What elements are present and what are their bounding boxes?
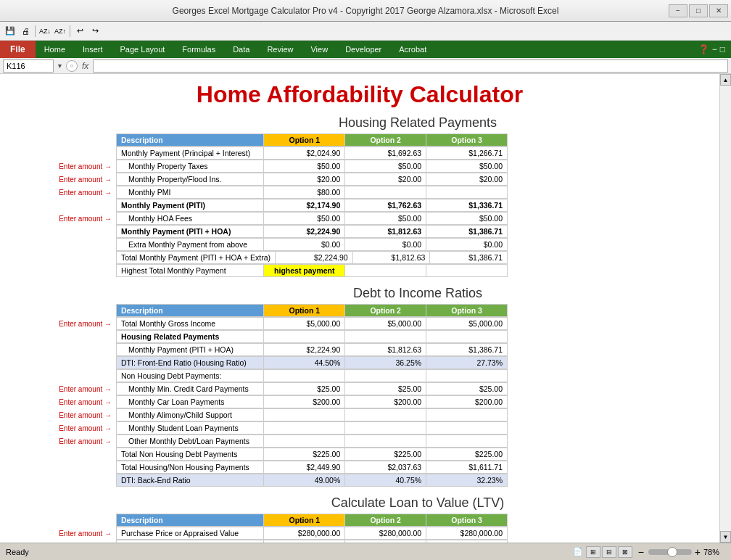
dti-row-7: Enter amount → Monthly Car Loan Payments… bbox=[0, 395, 719, 408]
opt3-header: Option 3 bbox=[426, 134, 508, 147]
dti-row-6: Enter amount → Monthly Min. Credit Card … bbox=[0, 382, 719, 395]
table-row: Monthly Payment (PITI) $2,174.90 $1,762.… bbox=[117, 199, 508, 212]
zoom-out-button[interactable]: − bbox=[638, 546, 644, 558]
print-icon[interactable]: 🖨 bbox=[18, 24, 33, 38]
opt2-header: Option 2 bbox=[345, 134, 426, 147]
redo-icon[interactable]: ↪ bbox=[88, 24, 102, 38]
developer-tab[interactable]: Developer bbox=[336, 41, 390, 58]
table-row: Monthly Property Taxes $50.00 $50.00 $50… bbox=[117, 160, 508, 173]
dti-column-headers: Description Option 1 Option 2 Option 3 bbox=[117, 305, 508, 317]
save-icon[interactable]: 💾 bbox=[3, 24, 17, 38]
dti-section: Debt to Income Ratios Description Option… bbox=[0, 283, 719, 487]
ltv-title: Calculate Loan to Value (LTV) bbox=[116, 493, 719, 514]
close-button[interactable]: ✕ bbox=[709, 4, 728, 17]
table-row: Total Monthly Gross Income $5,000.00 $5,… bbox=[117, 318, 508, 330]
formula-bar: K116 ▼ ○ fx bbox=[0, 58, 731, 74]
opt1-header: Option 1 bbox=[264, 134, 345, 147]
housing-row-2: Enter amount → Monthly Property Taxes $5… bbox=[0, 160, 719, 173]
dti-row-4: DTI: Front-End Ratio (Housing Ratio) 44.… bbox=[0, 356, 719, 369]
housing-header-row: Description Option 1 Option 2 Option 3 bbox=[0, 133, 719, 147]
housing-row-8: Extra Monthly Payment from above $0.00 $… bbox=[0, 238, 719, 251]
review-tab[interactable]: Review bbox=[258, 41, 302, 58]
cell-reference-input[interactable]: K116 bbox=[3, 59, 54, 73]
dti-row-5: Non Housing Debt Payments: bbox=[0, 369, 719, 382]
ltv-column-headers: Description Option 1 Option 2 Option 3 bbox=[117, 514, 508, 527]
table-row: Monthly Payment (PITI + HOA) $2,224.90 $… bbox=[117, 344, 508, 356]
table-row: Housing Related Payments bbox=[117, 331, 508, 343]
housing-section: Housing Related Payments Description Opt… bbox=[0, 112, 719, 277]
table-row: Non Housing Debt Payments: bbox=[117, 370, 508, 382]
dti-row-9: Enter amount → Monthly Student Loan Paym… bbox=[0, 421, 719, 435]
housing-row-1: Monthly Payment (Principal + Interest) $… bbox=[0, 147, 719, 160]
sort2-icon[interactable]: AZ↑ bbox=[53, 24, 67, 38]
housing-section-header: Housing Related Payments bbox=[0, 112, 719, 133]
dti-row-12: Total Housing/Non Housing Payments $2,44… bbox=[0, 461, 719, 474]
housing-row-5: Monthly Payment (PITI) $2,174.90 $1,762.… bbox=[0, 199, 719, 212]
toolbar: 💾 🖨 AZ↓ AZ↑ ↩ ↪ bbox=[0, 22, 731, 41]
table-row: Highest Total Monthly Payment highest pa… bbox=[117, 265, 508, 277]
file-tab[interactable]: File bbox=[0, 41, 36, 58]
view-layout-button[interactable]: ⊟ bbox=[602, 546, 616, 558]
ltv-header-row: Description Option 1 Option 2 Option 3 bbox=[0, 514, 719, 527]
minimize-ribbon-icon[interactable]: − bbox=[712, 44, 717, 54]
dropdown-arrow-icon[interactable]: ▼ bbox=[57, 62, 63, 70]
home-tab[interactable]: Home bbox=[36, 41, 74, 58]
housing-row-6: Enter amount → Monthly HOA Fees $50.00 $… bbox=[0, 212, 719, 225]
table-row: DTI: Front-End Ratio (Housing Ratio) 44.… bbox=[117, 357, 508, 369]
data-tab[interactable]: Data bbox=[224, 41, 258, 58]
housing-row-9: Total Monthly Payment (PITI + HOA + Extr… bbox=[0, 251, 719, 264]
restore-button[interactable]: □ bbox=[689, 4, 708, 17]
housing-title: Housing Related Payments bbox=[116, 112, 719, 133]
spreadsheet-area[interactable]: Home Affordability Calculator Housing Re… bbox=[0, 74, 719, 543]
table-row: Monthly Property/Flood Ins. $20.00 $20.0… bbox=[117, 173, 508, 186]
table-row: Total Monthly Payment (PITI + HOA + Extr… bbox=[117, 252, 508, 264]
table-row: Monthly Min. Credit Card Payments $25.00… bbox=[117, 383, 508, 395]
ribbon-tabs: Home Insert Page Layout Formulas Data Re… bbox=[36, 41, 436, 58]
dti-row-11: Total Non Housing Debt Payments $225.00 … bbox=[0, 448, 719, 461]
insert-tab[interactable]: Insert bbox=[74, 41, 112, 58]
ltv-section: Calculate Loan to Value (LTV) Descriptio… bbox=[0, 493, 719, 543]
undo-icon[interactable]: ↩ bbox=[73, 24, 87, 38]
circular-ref-icon: ○ bbox=[66, 60, 78, 72]
help-icon[interactable]: ❓ bbox=[698, 44, 709, 54]
formula-input[interactable] bbox=[93, 59, 728, 73]
dti-title: Debt to Income Ratios bbox=[116, 283, 719, 304]
right-scrollbar[interactable]: ▲ ▼ bbox=[719, 74, 731, 543]
zoom-slider[interactable] bbox=[648, 549, 692, 555]
housing-row-10: Highest Total Monthly Payment highest pa… bbox=[0, 264, 719, 277]
dti-header-row: Description Option 1 Option 2 Option 3 bbox=[0, 304, 719, 317]
view-normal-button[interactable]: ⊞ bbox=[586, 546, 600, 558]
minimize-button[interactable]: − bbox=[669, 4, 687, 17]
title-bar: Georges Excel Mortgage Calculator Pro v4… bbox=[0, 0, 731, 22]
table-row: Purchase Price or Appraised Value $280,0… bbox=[117, 527, 508, 540]
sort-icon[interactable]: AZ↓ bbox=[38, 24, 52, 38]
table-row: Total Non Housing Debt Payments $225.00 … bbox=[117, 448, 508, 461]
formulas-tab[interactable]: Formulas bbox=[173, 41, 224, 58]
page-layout-tab[interactable]: Page Layout bbox=[112, 41, 174, 58]
table-row: Monthly Alimony/Child Support bbox=[117, 409, 508, 421]
view-pagebreak-button[interactable]: ⊠ bbox=[618, 546, 632, 558]
table-row: Total Housing/Non Housing Payments $2,44… bbox=[117, 461, 508, 474]
table-row: Monthly Payment (PITI + HOA) $2,224.90 $… bbox=[117, 226, 508, 238]
housing-row-4: Enter amount → Monthly PMI $80.00 bbox=[0, 186, 719, 199]
table-row: Extra Monthly Payment from above $0.00 $… bbox=[117, 239, 508, 251]
app-title: Georges Excel Mortgage Calculator Pro v4… bbox=[173, 6, 559, 16]
table-row: Monthly Student Loan Payments bbox=[117, 422, 508, 435]
acrobat-tab[interactable]: Acrobat bbox=[390, 41, 435, 58]
dti-row-2: Housing Related Payments bbox=[0, 330, 719, 343]
status-bar: Ready 📄 ⊞ ⊟ ⊠ − + 78% bbox=[0, 543, 731, 560]
housing-column-headers: Description Option 1 Option 2 Option 3 bbox=[117, 134, 508, 147]
housing-row-7: Monthly Payment (PITI + HOA) $2,224.90 $… bbox=[0, 225, 719, 238]
dti-row-3: Monthly Payment (PITI + HOA) $2,224.90 $… bbox=[0, 343, 719, 356]
table-row: Other Monthly Debt/Loan Payments bbox=[117, 435, 508, 448]
view-tab[interactable]: View bbox=[302, 41, 336, 58]
dti-row-10: Enter amount → Other Monthly Debt/Loan P… bbox=[0, 435, 719, 448]
desc-header: Description bbox=[117, 134, 264, 147]
restore-ribbon-icon[interactable]: □ bbox=[720, 44, 725, 54]
table-row: Monthly PMI $80.00 bbox=[117, 186, 508, 199]
housing-row-3: Enter amount → Monthly Property/Flood In… bbox=[0, 173, 719, 186]
ltv-row-2: Loan Amount (from above) $200,000.00 $22… bbox=[0, 540, 719, 543]
zoom-in-button[interactable]: + bbox=[695, 546, 701, 558]
zoom-level: 78% bbox=[703, 548, 725, 556]
table-row: Loan Amount (from above) $200,000.00 $22… bbox=[117, 540, 508, 543]
